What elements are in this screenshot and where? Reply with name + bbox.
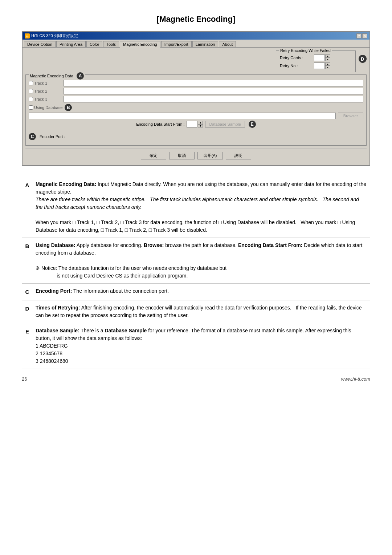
description-table: A Magnetic Encoding Data: Input Magnetic…: [22, 177, 370, 369]
track1-checkbox-label[interactable]: Track 1: [29, 81, 61, 85]
retry-group-label: Retry Encoding While Failed: [279, 48, 332, 53]
tab-color[interactable]: Color: [86, 41, 102, 47]
retry-no-label: Retry No :: [280, 64, 313, 68]
footer-url: www.hi-ti.com: [341, 376, 370, 382]
retry-group: Retry Encoding While Failed Retry Cards …: [276, 50, 356, 72]
track2-checkbox[interactable]: [29, 89, 33, 93]
cancel-button[interactable]: 取消: [169, 152, 195, 159]
footer-page: 26: [22, 376, 27, 382]
track2-input[interactable]: [64, 88, 363, 94]
retry-cards-up[interactable]: ▲: [325, 54, 330, 58]
desc-content-a: Magnetic Encoding Data: Input Magnetic D…: [33, 177, 370, 238]
retry-cards-input[interactable]: 1: [314, 54, 325, 61]
tab-import-export[interactable]: Import/Export: [161, 41, 192, 47]
track3-row: Track 3: [29, 96, 363, 102]
tab-about[interactable]: About: [219, 41, 236, 47]
footer: 26 www.hi-ti.com: [22, 376, 370, 382]
dialog-content: Retry Encoding While Failed Retry Cards …: [23, 47, 369, 165]
desc-row-b: B Using Database: Apply database for enc…: [22, 238, 370, 284]
retry-cards-down[interactable]: ▼: [325, 58, 330, 61]
tab-lamination[interactable]: Lamination: [192, 41, 219, 47]
desc-key-c: C: [22, 284, 33, 300]
page-title: [Magnetic Encoding]: [22, 15, 370, 24]
using-db-checkbox-label[interactable]: Using Database: [29, 105, 62, 110]
encoding-label: Encoding Data Start From :: [136, 122, 184, 126]
using-db-row: Using Database B: [29, 104, 363, 111]
db-file-row: Browser: [29, 113, 363, 119]
close-titlebar-btn[interactable]: ✕: [362, 33, 367, 39]
tab-printing-area[interactable]: Printing Area: [56, 41, 86, 47]
title-icon: 🖨: [25, 33, 30, 39]
track2-checkbox-label[interactable]: Track 2: [29, 89, 61, 93]
db-file-input[interactable]: [29, 113, 336, 119]
help-button[interactable]: 說明: [226, 152, 251, 159]
desc-key-e: E: [22, 323, 33, 369]
dialog-tabs: Device Option Printing Area Color Tools …: [23, 40, 369, 47]
track3-checkbox[interactable]: [29, 97, 33, 101]
dialog-window: 🖨 HiTi CS-320 列印喜好設定 ? ✕ Device Option P…: [22, 31, 370, 166]
encoder-port-label: Encoder Port :: [40, 134, 65, 139]
desc-row-a: A Magnetic Encoding Data: Input Magnetic…: [22, 177, 370, 238]
desc-key-b: B: [22, 238, 33, 284]
badge-b: B: [65, 104, 72, 111]
track2-row: Track 2: [29, 88, 363, 94]
desc-row-c: C Encoding Port: The information about t…: [22, 284, 370, 300]
desc-key-a: A: [22, 177, 33, 238]
help-titlebar-btn[interactable]: ?: [356, 33, 362, 39]
desc-key-d: D: [22, 300, 33, 323]
track1-input[interactable]: [64, 80, 363, 86]
mag-enc-group-label: Magnetic Encoding Data A: [29, 72, 85, 80]
browser-button[interactable]: Browser: [338, 113, 363, 119]
encoding-down[interactable]: ▼: [198, 124, 203, 127]
encoding-value-input[interactable]: 1: [187, 121, 197, 127]
desc-row-e: E Database Sample: There is a Database S…: [22, 323, 370, 369]
tab-tools[interactable]: Tools: [103, 41, 119, 47]
badge-c: C: [29, 133, 36, 140]
tab-magnetic-encoding[interactable]: Magnetic Encoding: [120, 41, 160, 48]
desc-row-d: D Times of Retrying: After finishing enc…: [22, 300, 370, 323]
track1-row: Track 1: [29, 80, 363, 86]
encoder-port-section: C Encoder Port :: [29, 133, 363, 142]
badge-d: D: [359, 55, 367, 63]
magnetic-encoding-group: Magnetic Encoding Data A Track 1 Track 2: [25, 74, 367, 146]
retry-no-up[interactable]: ▲: [325, 62, 330, 66]
db-sample-button[interactable]: Database Sample: [205, 121, 245, 127]
dialog-titlebar: 🖨 HiTi CS-320 列印喜好設定 ? ✕: [23, 32, 369, 40]
retry-no-down[interactable]: ▼: [325, 66, 330, 69]
tab-device-option[interactable]: Device Option: [24, 41, 56, 47]
desc-content-c: Encoding Port: The information about the…: [33, 284, 370, 300]
encoding-start-row: Encoding Data Start From : 1 ▲ ▼ Databas…: [29, 121, 363, 128]
desc-content-e: Database Sample: There is a Database Sam…: [33, 323, 370, 369]
desc-content-b: Using Database: Apply database for encod…: [33, 238, 370, 284]
track3-checkbox-label[interactable]: Track 3: [29, 97, 61, 101]
dialog-title: HiTi CS-320 列印喜好設定: [31, 33, 78, 39]
retry-no-input[interactable]: 1: [314, 62, 325, 69]
retry-cards-label: Retry Cards :: [280, 56, 313, 60]
encoding-up[interactable]: ▲: [198, 121, 203, 124]
dialog-buttons: 確定 取消 套用(A) 說明: [25, 149, 367, 162]
apply-button[interactable]: 套用(A): [197, 152, 223, 159]
track3-input[interactable]: [64, 96, 363, 102]
badge-a: A: [77, 72, 84, 80]
badge-e: E: [249, 121, 256, 128]
ok-button[interactable]: 確定: [141, 152, 166, 159]
desc-content-d: Times of Retrying: After finishing encod…: [33, 300, 370, 323]
using-db-checkbox[interactable]: [29, 105, 33, 110]
track1-checkbox[interactable]: [29, 81, 33, 85]
